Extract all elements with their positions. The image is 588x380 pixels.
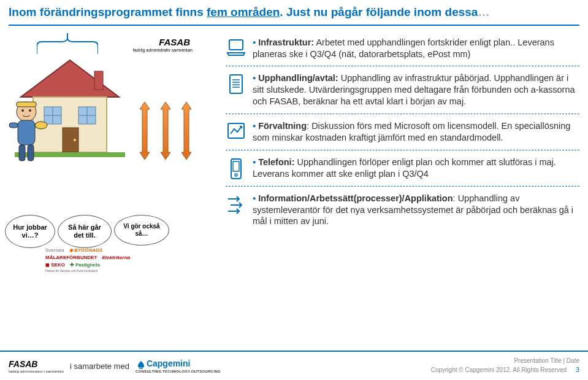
fasab-brand-sub: facklig administrativ samverkan bbox=[133, 48, 193, 52]
illustration-area: FASAB facklig administrativ samverkan bbox=[9, 37, 217, 178]
content-area: FASAB facklig administrativ samverkan bbox=[0, 26, 588, 230]
item-infrastruktur: ▪Infrastruktur: Arbetet med upphandlinge… bbox=[226, 37, 579, 63]
logo-malare: MÅLAREFÖRBUNDET bbox=[45, 254, 97, 262]
svg-point-21 bbox=[35, 122, 47, 129]
item-forvaltning-text: ▪Förvaltning: Diskussion förs med Micros… bbox=[253, 120, 579, 144]
character-icon bbox=[6, 98, 53, 166]
item-information: ▪Information/Arbetssätt(processer)/Appli… bbox=[226, 193, 579, 230]
footer-right: Presentation Title | Date Copyright © Ca… bbox=[431, 357, 579, 374]
footer-left: FASAB facklig administration i samverkan… bbox=[9, 359, 221, 373]
title-prefix: Inom förändringsprogrammet finns bbox=[9, 6, 207, 18]
title-ellipsis: … bbox=[478, 6, 489, 18]
chart-icon bbox=[226, 122, 246, 140]
svg-rect-16 bbox=[18, 120, 35, 145]
svg-rect-22 bbox=[229, 40, 243, 50]
bullet-icon: ▪ bbox=[253, 193, 256, 203]
logo-elektrikerna: Elektrikerna bbox=[102, 254, 130, 262]
fasab-footer-logo: FASAB facklig administration i samverkan bbox=[9, 359, 64, 373]
logo-seko-sub: Facket för Service och Kommunikation bbox=[45, 269, 98, 274]
svg-rect-23 bbox=[230, 75, 242, 93]
bubble-2: Så här går det till. bbox=[58, 215, 112, 248]
item-telefoni: ▪Telefoni: Upphandlingen förlöper enligt… bbox=[226, 157, 579, 182]
laptop-icon bbox=[226, 38, 246, 56]
svg-rect-30 bbox=[233, 161, 239, 171]
item-telefoni-text: ▪Telefoni: Upphandlingen förlöper enligt… bbox=[253, 157, 579, 180]
bullet-icon: ▪ bbox=[253, 157, 256, 167]
fasab-brand: FASAB bbox=[159, 37, 190, 47]
footer: FASAB facklig administration i samverkan… bbox=[0, 351, 588, 380]
svg-point-10 bbox=[74, 139, 76, 141]
right-column: ▪Infrastruktur: Arbetet med upphandlinge… bbox=[226, 37, 579, 230]
bubble-1: Hur jobbar vi…? bbox=[5, 215, 55, 248]
item-upphandling: ▪Upphandling/avtal: Upphandling av infra… bbox=[226, 72, 579, 110]
logo-svenska: Svenska bbox=[45, 247, 64, 254]
item-infra-text: ▪Infrastruktur: Arbetet med upphandlinge… bbox=[253, 37, 579, 60]
bubble-3-text: Vi gör också så… bbox=[121, 223, 162, 237]
item-forvaltning: ▪Förvaltning: Diskussion förs med Micros… bbox=[226, 120, 579, 146]
title-underlined: fem områden bbox=[207, 6, 280, 18]
svg-rect-20 bbox=[28, 145, 34, 161]
bullet-icon: ▪ bbox=[253, 121, 256, 131]
svg-rect-9 bbox=[63, 128, 78, 152]
presentation-meta: Presentation Title | Date bbox=[431, 357, 579, 365]
title-mid: . Just nu pågår följande inom dessa bbox=[280, 6, 478, 18]
bubble-1-text: Hur jobbar vi…? bbox=[12, 223, 48, 239]
page-number: 3 bbox=[576, 366, 579, 373]
item-info-text: ▪Information/Arbetssätt(processer)/Appli… bbox=[253, 193, 579, 228]
capgemini-spade-icon bbox=[136, 360, 147, 370]
document-icon bbox=[228, 74, 244, 95]
bidirectional-arrows-icon bbox=[131, 98, 199, 166]
svg-rect-2 bbox=[94, 71, 103, 90]
samarbete-text: i samarbete med bbox=[70, 362, 129, 371]
logo-fastighets: ✚ Fastighets bbox=[70, 262, 100, 269]
dashed-divider bbox=[226, 186, 579, 187]
phone-icon bbox=[229, 158, 243, 180]
union-logos: Svenska ◆ BYGGNADS MÅLAREFÖRBUNDET Elekt… bbox=[45, 247, 130, 274]
svg-point-15 bbox=[29, 109, 31, 112]
dashed-divider bbox=[226, 66, 579, 66]
process-arrows-icon bbox=[226, 194, 246, 215]
svg-point-14 bbox=[21, 109, 24, 112]
svg-marker-0 bbox=[21, 60, 119, 97]
svg-rect-19 bbox=[19, 145, 25, 161]
svg-rect-17 bbox=[9, 123, 18, 128]
bubble-2-text: Så här går det till. bbox=[64, 223, 105, 239]
left-column: FASAB facklig administrativ samverkan bbox=[9, 37, 217, 230]
dashed-divider bbox=[226, 114, 579, 114]
capgemini-logo: Capgemini CONSULTING.TECHNOLOGY.OUTSOURC… bbox=[136, 359, 221, 373]
logo-seko: ◼ SEKO bbox=[45, 262, 65, 269]
logo-byggnads: ◆ BYGGNADS bbox=[69, 247, 102, 254]
bullet-icon: ▪ bbox=[253, 73, 256, 83]
item-avtal-text: ▪Upphandling/avtal: Upphandling av infra… bbox=[253, 72, 579, 107]
speech-bubbles: Hur jobbar vi…? Så här går det till. Vi … bbox=[5, 215, 169, 248]
bullet-icon: ▪ bbox=[253, 37, 256, 47]
slide-title: Inom förändringsprogrammet finns fem omr… bbox=[0, 0, 588, 22]
svg-point-31 bbox=[235, 174, 237, 176]
copyright-line: Copyright © Capgemini 2012. All Rights R… bbox=[431, 365, 579, 374]
bubble-3: Vi gör också så… bbox=[114, 215, 169, 246]
svg-rect-13 bbox=[17, 102, 36, 107]
dashed-divider bbox=[226, 150, 579, 150]
